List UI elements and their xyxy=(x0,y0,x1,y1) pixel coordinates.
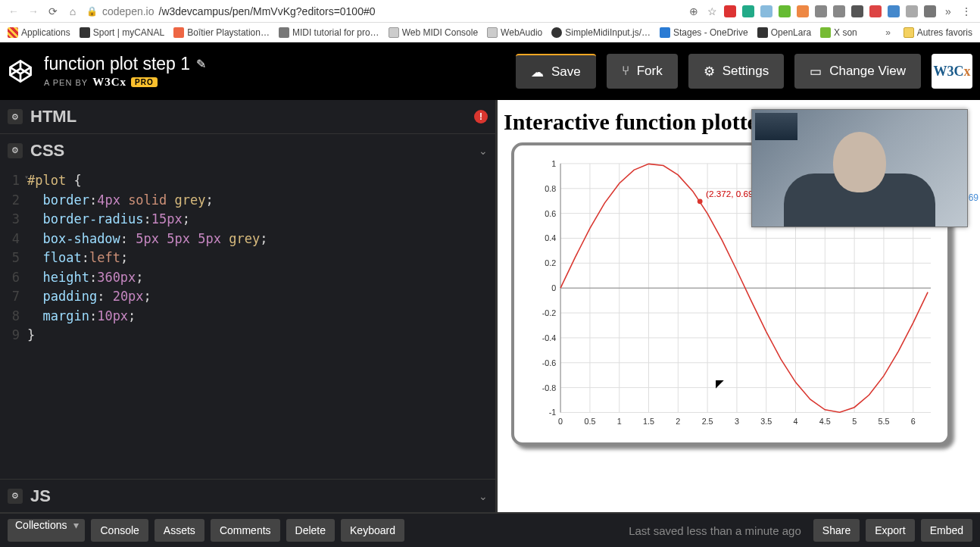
collections-select[interactable]: Collections xyxy=(8,519,85,542)
home-icon[interactable]: ⌂ xyxy=(67,5,79,17)
edit-icon[interactable]: ✎ xyxy=(196,57,206,71)
bookmark-item[interactable]: MIDI tutorial for pro… xyxy=(279,27,379,38)
gear-icon[interactable]: ⚙ xyxy=(8,143,23,158)
svg-text:6: 6 xyxy=(911,417,916,426)
svg-text:0: 0 xyxy=(558,417,563,426)
svg-text:0.5: 0.5 xyxy=(584,417,595,426)
assets-button[interactable]: Assets xyxy=(154,519,204,542)
pro-badge: PRO xyxy=(131,77,158,87)
keyboard-button[interactable]: Keyboard xyxy=(341,519,404,542)
overflow-icon[interactable]: » xyxy=(882,27,894,38)
svg-text:0: 0 xyxy=(551,283,556,292)
save-button[interactable]: ☁ Save xyxy=(516,54,596,89)
page-icon xyxy=(487,27,498,38)
embed-button[interactable]: Embed xyxy=(921,519,972,542)
comments-button[interactable]: Comments xyxy=(211,519,280,542)
page-icon xyxy=(389,27,399,38)
ext-icon[interactable] xyxy=(888,5,900,17)
share-button[interactable]: Share xyxy=(813,519,860,542)
svg-text:0.4: 0.4 xyxy=(545,233,556,242)
bookmark-item[interactable]: Sport | myCANAL xyxy=(80,27,164,38)
url-path: /w3devcampus/pen/MmVvKg?editors=0100#0 xyxy=(159,5,376,17)
preview-pane: Interactive function plotter 00.511.522.… xyxy=(495,100,980,512)
author-link[interactable]: W3Cx xyxy=(92,76,126,89)
favicon-icon xyxy=(279,27,289,38)
pen-title[interactable]: function plot step 1 xyxy=(44,54,190,74)
ext-icon[interactable] xyxy=(779,5,791,17)
settings-button[interactable]: ⚙ Settings xyxy=(688,54,784,89)
ext-icon[interactable] xyxy=(742,5,754,17)
menu-icon[interactable]: ⋮ xyxy=(960,5,972,17)
svg-text:5: 5 xyxy=(852,417,857,426)
ext-icon[interactable] xyxy=(869,5,882,17)
ext-icon[interactable] xyxy=(924,5,936,17)
favicon-icon xyxy=(757,27,768,38)
codepen-header: function plot step 1 ✎ A PEN BY W3Cx PRO… xyxy=(0,42,980,100)
ext-icon[interactable] xyxy=(833,5,845,17)
overflow-icon[interactable]: » xyxy=(942,5,954,17)
js-panel-title: JS xyxy=(30,486,51,506)
ext-icon[interactable] xyxy=(851,5,863,17)
github-icon xyxy=(551,27,562,38)
other-bookmarks[interactable]: Autres favoris xyxy=(904,27,972,38)
error-badge-icon[interactable]: ! xyxy=(474,110,488,123)
cloud-icon: ☁ xyxy=(531,64,544,80)
bookmark-item[interactable]: OpenLara xyxy=(757,27,811,38)
ext-icon[interactable] xyxy=(724,5,736,17)
svg-point-50 xyxy=(698,198,703,204)
x-icon xyxy=(820,27,831,38)
ext-icon[interactable] xyxy=(797,5,809,17)
url-host: codepen.io xyxy=(102,5,154,17)
bookmarks-bar: Applications Sport | myCANAL Boîtier Pla… xyxy=(0,23,980,42)
person-head xyxy=(833,132,886,192)
author-avatar[interactable]: W3Cx xyxy=(932,54,972,89)
gear-icon[interactable]: ⚙ xyxy=(8,109,23,124)
svg-text:4: 4 xyxy=(794,417,798,426)
apps-icon xyxy=(8,27,18,38)
ext-icon[interactable] xyxy=(760,5,772,17)
back-icon[interactable]: ← xyxy=(8,5,20,17)
fork-button[interactable]: ⑂ Fork xyxy=(607,54,678,89)
css-editor[interactable]: 1▾#plot {2 border:4px solid grey;3 borde… xyxy=(0,167,495,479)
svg-text:1: 1 xyxy=(551,161,556,168)
css-panel-header[interactable]: ⚙ CSS ⌄ xyxy=(0,133,495,167)
codepen-logo-icon[interactable] xyxy=(8,58,33,84)
svg-text:-0.8: -0.8 xyxy=(542,383,557,392)
change-view-button[interactable]: ▭ Change View xyxy=(794,54,921,89)
folder-icon xyxy=(904,27,914,38)
workspace: ⚙ HTML ! ⚙ CSS ⌄ 1▾#plot {2 border:4px s… xyxy=(0,100,980,512)
bookmark-item[interactable]: X son xyxy=(820,27,857,38)
bookmark-item[interactable]: WebAudio xyxy=(487,27,542,38)
chevron-down-icon[interactable]: ⌄ xyxy=(479,145,488,157)
ext-icon[interactable] xyxy=(815,5,827,17)
svg-text:0.6: 0.6 xyxy=(545,209,556,218)
svg-text:4.5: 4.5 xyxy=(819,417,831,426)
plus-icon xyxy=(80,27,90,38)
chevron-down-icon[interactable]: ⌄ xyxy=(479,490,488,502)
editors-column: ⚙ HTML ! ⚙ CSS ⌄ 1▾#plot {2 border:4px s… xyxy=(0,100,495,512)
toolbar-right: ⊕ ☆ » ⋮ xyxy=(688,5,972,17)
svg-text:5.5: 5.5 xyxy=(878,417,889,426)
star-icon[interactable]: ☆ xyxy=(706,5,718,17)
bookmark-item[interactable]: Stages - OneDrive xyxy=(660,27,748,38)
delete-button[interactable]: Delete xyxy=(286,519,335,542)
svg-text:-0.4: -0.4 xyxy=(542,333,557,342)
pen-by-label: A PEN BY xyxy=(44,78,88,87)
reload-icon[interactable]: ⟳ xyxy=(47,5,59,17)
apps-button[interactable]: Applications xyxy=(8,27,70,38)
js-panel-header[interactable]: ⚙ JS ⌄ xyxy=(0,479,495,512)
forward-icon[interactable]: → xyxy=(27,5,39,17)
bookmark-item[interactable]: Web MIDI Console xyxy=(389,27,478,38)
bookmark-item[interactable]: Boîtier Playstation… xyxy=(173,27,270,38)
svg-text:0.8: 0.8 xyxy=(545,184,556,193)
bookmark-item[interactable]: SimpleMidiInput.js/… xyxy=(551,27,651,38)
zoom-icon[interactable]: ⊕ xyxy=(688,5,700,17)
console-button[interactable]: Console xyxy=(91,519,148,542)
html-panel-header[interactable]: ⚙ HTML ! xyxy=(0,100,495,133)
address-bar[interactable]: 🔒 codepen.io /w3devcampus/pen/MmVvKg?edi… xyxy=(86,5,680,17)
export-button[interactable]: Export xyxy=(866,519,914,542)
svg-text:-0.2: -0.2 xyxy=(542,308,557,317)
svg-text:-1: -1 xyxy=(549,408,557,417)
gear-icon[interactable]: ⚙ xyxy=(8,489,23,504)
ext-icon[interactable] xyxy=(906,5,918,17)
